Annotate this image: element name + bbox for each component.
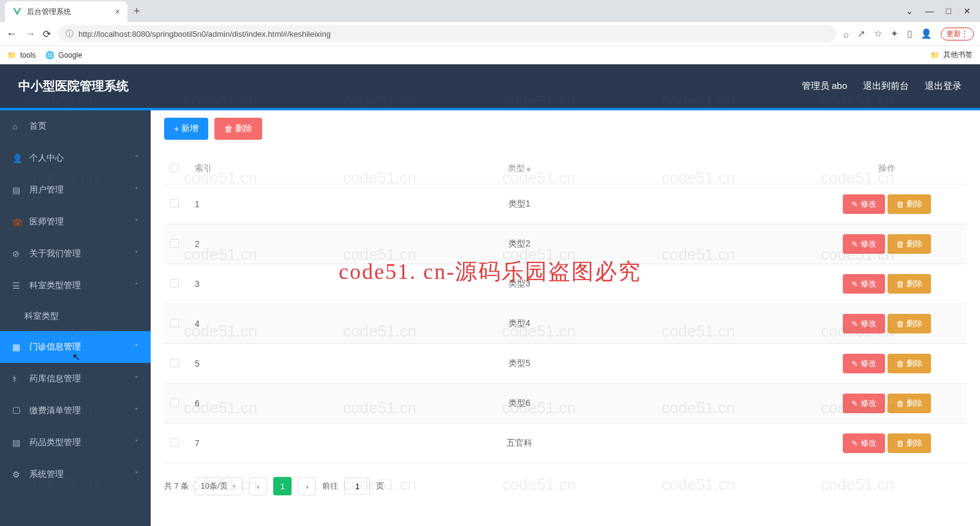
edit-icon: ✎ [851,359,858,368]
sidebar-item-药库信息管理[interactable]: ⚕ 药库信息管理 ˅ [0,363,151,395]
row-delete-button[interactable]: 🗑 删除 [888,354,931,373]
sidebar-item-首页[interactable]: ⌂ 首页 [0,110,151,142]
maximize-icon[interactable]: □ [946,6,951,16]
row-checkbox[interactable] [170,398,179,407]
sidebar: ⌂ 首页 👤 个人中心 ˅▤ 用户管理 ˅💼 医师管理 ˅⊘ 关于我们管理 ˅☰… [0,110,151,526]
row-delete-button[interactable]: 🗑 删除 [888,394,931,413]
sidebar-item-label: 药库信息管理 [29,373,81,384]
sidebar-item-医师管理[interactable]: 💼 医师管理 ˅ [0,206,151,238]
row-checkbox[interactable] [170,199,179,208]
edit-button[interactable]: ✎ 修改 [843,354,885,373]
sidebar-item-科室类型管理[interactable]: ☰ 科室类型管理 ˄ [0,270,151,302]
new-tab-button[interactable]: + [134,5,140,18]
select-all-checkbox[interactable] [170,164,179,172]
pagination: 共 7 条 10条/页 ▼ ‹ 1 › 前往 页 [151,470,980,503]
col-type[interactable]: 类型◆ [232,153,807,185]
monitor-icon: 🖵 [12,406,22,416]
vue-favicon-icon [12,7,22,17]
edit-button[interactable]: ✎ 修改 [843,433,885,453]
row-checkbox[interactable] [170,239,179,248]
trash-icon: 🗑 [896,359,904,368]
sidebar-item-药品类型管理[interactable]: ▤ 药品类型管理 ˅ [0,427,151,459]
page-1-button[interactable]: 1 [273,477,292,495]
row-delete-button[interactable]: 🗑 删除 [888,314,931,334]
app-title: 中小型医院管理系统 [18,78,129,94]
folder-icon: 📁 [930,51,940,59]
cell-type: 类型5 [232,344,807,384]
trash-icon: 🗑 [896,280,904,289]
bookmark-tools[interactable]: 📁 tools [7,51,36,59]
sidebar-item-label: 个人中心 [29,153,64,164]
close-window-icon[interactable]: ✕ [963,6,971,16]
profile-icon[interactable]: 👤 [921,28,932,39]
edit-button[interactable]: ✎ 修改 [843,314,885,334]
chevron-down-icon: ˅ [135,439,138,447]
delete-button[interactable]: 🗑 删除 [214,118,262,140]
trash-icon: 🗑 [896,240,904,249]
panel-icon[interactable]: ▯ [907,28,912,39]
sidebar-subitem-科室类型[interactable]: 科室类型 [0,302,151,331]
edit-button[interactable]: ✎ 修改 [843,274,885,294]
col-index[interactable]: 索引 [189,153,232,185]
star-icon[interactable]: ☆ [874,28,882,39]
edit-icon: ✎ [851,200,858,209]
sidebar-item-用户管理[interactable]: ▤ 用户管理 ˅ [0,174,151,206]
row-checkbox[interactable] [170,279,179,288]
col-action: 操作 [807,153,967,185]
extensions-icon[interactable]: ✦ [891,28,899,39]
row-delete-button[interactable]: 🗑 删除 [888,194,931,214]
chevron-down-icon[interactable]: ⌄ [906,6,913,16]
edit-button[interactable]: ✎ 修改 [843,194,885,214]
close-icon[interactable]: × [115,7,120,17]
tab-title: 后台管理系统 [27,7,110,17]
sort-icon[interactable]: ◆ [526,166,531,172]
sidebar-item-缴费清单管理[interactable]: 🖵 缴费清单管理 ˅ [0,395,151,427]
trash-icon: 🗑 [224,124,233,134]
info-icon[interactable]: ⓘ [66,28,74,39]
list-icon: ☰ [12,281,22,291]
sidebar-item-label: 医师管理 [29,216,64,227]
sidebar-item-关于我们管理[interactable]: ⊘ 关于我们管理 ˅ [0,238,151,270]
list2-icon: ▤ [12,438,22,448]
reload-icon[interactable]: ⟳ [43,28,51,40]
sidebar-item-个人中心[interactable]: 👤 个人中心 ˅ [0,142,151,174]
share-icon[interactable]: ↗ [858,28,865,39]
minimize-icon[interactable]: — [925,6,934,16]
update-button[interactable]: 更新 ⋮ [941,28,974,40]
exit-front-button[interactable]: 退出到前台 [863,80,909,92]
prev-page-button[interactable]: ‹ [249,477,267,495]
cell-index: 6 [189,384,232,424]
app-header: 中小型医院管理系统 管理员 abo 退出到前台 退出登录 [0,64,980,110]
logout-button[interactable]: 退出登录 [925,80,962,92]
page-size-select[interactable]: 10条/页 ▼ [195,477,243,495]
row-checkbox[interactable] [170,438,179,447]
cell-type: 类型4 [232,304,807,344]
sidebar-item-门诊信息管理[interactable]: ▦ 门诊信息管理 ˅ [0,331,151,363]
browser-tab[interactable]: 后台管理系统 × [5,1,127,22]
back-icon[interactable]: ← [6,28,17,40]
row-delete-button[interactable]: 🗑 删除 [888,234,931,254]
chevron-down-icon: ˅ [135,250,138,258]
url-input[interactable]: ⓘ http://localhost:8080/springbootil5n0/… [58,25,836,42]
edit-button[interactable]: ✎ 修改 [843,394,885,413]
row-checkbox[interactable] [170,319,179,327]
user-label[interactable]: 管理员 abo [802,80,847,92]
cell-type: 类型1 [232,185,807,224]
row-delete-button[interactable]: 🗑 删除 [888,433,931,453]
globe-icon: 🌐 [45,51,55,59]
bookmark-google[interactable]: 🌐 Google [45,51,82,59]
key-icon[interactable]: ⌕ [843,29,849,39]
row-checkbox[interactable] [170,359,179,367]
edit-button[interactable]: ✎ 修改 [843,234,885,254]
add-button[interactable]: + 新增 [164,118,208,140]
cell-type: 五官科 [232,424,807,463]
sidebar-item-系统管理[interactable]: ⚙ 系统管理 ˅ [0,459,151,490]
gear-icon: ⚙ [12,470,22,479]
bookmark-other[interactable]: 📁 其他书签 [930,50,973,60]
edit-icon: ✎ [851,240,858,249]
row-delete-button[interactable]: 🗑 删除 [888,274,931,294]
next-page-button[interactable]: › [298,477,316,495]
sidebar-item-label: 科室类型管理 [29,280,81,291]
content-area: + 新增 🗑 删除 索引 类型◆ [151,110,980,526]
goto-input[interactable] [344,478,370,495]
